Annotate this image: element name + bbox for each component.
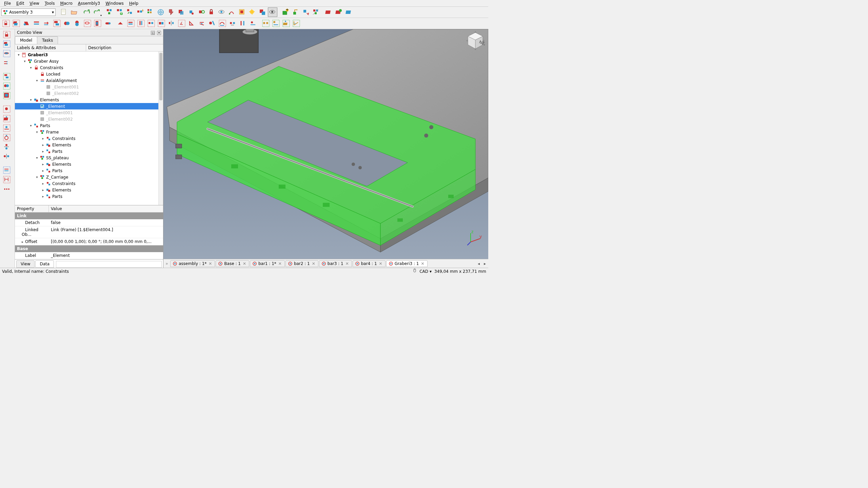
close-icon[interactable]: ✕ [208, 261, 213, 266]
tree-item-elements[interactable]: ▸Elements [15, 161, 163, 167]
constraint-point-line-distance-button[interactable] [248, 19, 258, 28]
move-part-button[interactable] [176, 7, 186, 17]
constraint-same-orientation-button[interactable] [42, 19, 52, 28]
constraint-axial-button[interactable] [32, 19, 41, 28]
constraint-point-on-line-button[interactable] [103, 19, 113, 28]
menu-help[interactable]: Help [126, 0, 141, 6]
tree-item-parts[interactable]: ▸Parts [15, 193, 163, 200]
tree-header-labels[interactable]: Labels & Attributes [15, 44, 86, 51]
assembly-freeze-button[interactable] [311, 7, 321, 17]
property-row-offset[interactable]: ▸Offset[(0,00 0,00 1,00); 0,00 °; (0,00 … [15, 238, 163, 245]
vpoint-line-button[interactable] [1, 124, 13, 132]
quick-move-button[interactable] [197, 7, 206, 17]
trace-part-move-button[interactable] [227, 7, 237, 17]
menu-edit[interactable]: Edit [14, 0, 27, 6]
vmulti-parallel-button[interactable] [1, 73, 13, 81]
doc-tab-base-1[interactable]: Base : 1✕ [216, 260, 249, 267]
constraint-plane-coincident-button[interactable] [22, 19, 31, 28]
property-filter-input[interactable] [56, 261, 162, 268]
nav-style-selector[interactable]: CAD ▾ [419, 269, 432, 274]
menu-file[interactable]: File [1, 0, 14, 6]
constraint-equal-line-arc-length-button[interactable] [218, 19, 227, 28]
vpoint-circle-button[interactable] [1, 134, 13, 142]
constraint-equal-angle-button[interactable] [187, 19, 197, 28]
tree-item-locked[interactable]: Locked [15, 71, 163, 77]
vpoint-plane-button[interactable] [1, 115, 13, 123]
property-header-value[interactable]: Value [49, 205, 64, 212]
constraint-symmetric-button[interactable] [167, 19, 176, 28]
3d-viewport[interactable]: NEAR z y [163, 29, 488, 259]
link-make-button[interactable] [82, 7, 92, 17]
tree-item--element001[interactable]: _Element001 [15, 84, 163, 90]
property-row-linked-ob-[interactable]: Linked Ob...Link (Frame) [1.$Element004.… [15, 226, 163, 238]
measure-point-distance-button[interactable] [261, 19, 271, 28]
tree-item-elements[interactable]: ▸Elements [15, 187, 163, 193]
vequal-button[interactable] [1, 166, 13, 174]
tree-item-constraints[interactable]: ▸Constraints [15, 180, 163, 187]
property-tab-view[interactable]: View [16, 260, 35, 268]
menu-assembly3[interactable]: Assembly3 [75, 0, 103, 6]
close-icon[interactable]: ✕ [378, 261, 383, 266]
tree-item--element002[interactable]: _Element002 [15, 90, 163, 97]
panel-float-button[interactable]: ◱ [151, 31, 155, 35]
open-button[interactable] [69, 7, 79, 17]
menu-tools[interactable]: Tools [42, 0, 58, 6]
doc-tab-bar1-1-[interactable]: bar1 : 1*✕ [250, 260, 285, 267]
tree-header-description[interactable]: Description [86, 44, 163, 51]
tree-item-graber-assy[interactable]: ▾Graber Assy [15, 58, 163, 64]
tree-item-ss-plateau[interactable]: ▾SS_plateau [15, 155, 163, 161]
constraint-point-in-plane-button[interactable] [93, 19, 102, 28]
doc-tab-bar4-1[interactable]: bar4 : 1✕ [353, 260, 386, 267]
go-to-relation-button[interactable] [291, 7, 300, 17]
add-workplane-button[interactable] [324, 7, 334, 17]
constraint-equal-point-line-distance-button[interactable] [208, 19, 217, 28]
close-icon[interactable]: ✕ [345, 261, 350, 266]
tree-item-z-carriage[interactable]: ▾Z_Carriage [15, 174, 163, 180]
new-doc-button[interactable] [59, 7, 68, 17]
tree-item-parts[interactable]: ▸Parts [15, 167, 163, 174]
tree-item-constraints[interactable]: ▾Constraints [15, 64, 163, 71]
tree-item--element002[interactable]: _Element002 [15, 116, 163, 122]
vsymmetric-vert-button[interactable] [1, 143, 13, 151]
close-icon[interactable]: ✕ [242, 261, 247, 266]
vperpendicular-button[interactable] [1, 92, 13, 100]
vangle-button[interactable] [1, 82, 13, 90]
tree-item-graberi3[interactable]: ▾Graberi3 [15, 52, 163, 58]
constraint-equal-length-button[interactable] [197, 19, 207, 28]
add-origin-button[interactable]: + [281, 7, 290, 17]
lock-mover-button[interactable] [207, 7, 216, 17]
constraint-points-distance-button[interactable] [228, 19, 237, 28]
menu-windows[interactable]: Windows [103, 0, 126, 6]
constraint-lock-button[interactable] [1, 19, 11, 28]
tree-item-axialalignment[interactable]: ▾AxialAlignment [15, 77, 163, 84]
close-icon[interactable]: ✕ [311, 261, 316, 266]
smart-recompute-button[interactable] [248, 7, 257, 17]
solve-button[interactable] [156, 7, 165, 17]
select-native-button[interactable] [301, 7, 311, 17]
measure-point-plane-button[interactable] [281, 19, 291, 28]
vpoint-coincident-button[interactable] [1, 105, 13, 113]
tree-item-parts[interactable]: ▾Parts [15, 122, 163, 129]
import-multi-button[interactable] [146, 7, 155, 17]
menu-view[interactable]: View [27, 0, 42, 6]
add-placement-button[interactable] [334, 7, 344, 17]
constraint-plane-align-button[interactable] [12, 19, 21, 28]
auto-recompute-button[interactable] [237, 7, 247, 17]
constraint-perpendicular-button[interactable] [73, 19, 82, 28]
tab-model[interactable]: Model [15, 36, 37, 44]
constraint-multi-parallel-button[interactable] [52, 19, 62, 28]
workbench-selector[interactable]: Assembly 3 ▾ [1, 8, 56, 16]
tree-item-parts[interactable]: ▸Parts [15, 148, 163, 155]
quick-solve-button[interactable] [166, 7, 176, 17]
tree-view[interactable]: ▾Graberi3▾Graber Assy▾ConstraintsLocked▾… [15, 52, 163, 205]
vmore-button[interactable] [1, 185, 13, 193]
tree-item--element001[interactable]: _Element001 [15, 109, 163, 116]
tabs-overflow-button[interactable]: » [164, 261, 170, 266]
property-tab-data[interactable]: Data [35, 260, 54, 268]
constraint-line-vertical-button[interactable] [136, 19, 146, 28]
panel-close-button[interactable]: ✕ [157, 31, 161, 35]
constraint-point-plane-distance-button[interactable] [238, 19, 248, 28]
tree-item-frame[interactable]: ▾Frame [15, 129, 163, 135]
link-actions-button[interactable]: ▾ [92, 7, 102, 17]
doc-tab-graberi3-1[interactable]: Graberi3 : 1✕ [386, 260, 428, 267]
